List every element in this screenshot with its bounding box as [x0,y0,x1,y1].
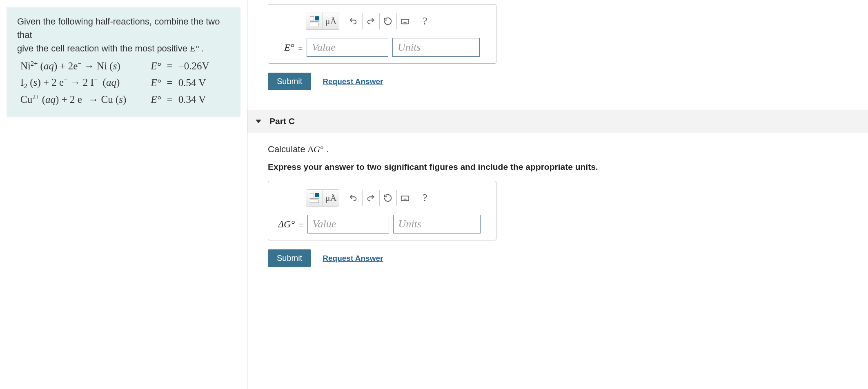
units-input-part-c[interactable] [393,215,481,233]
answer-label-part-b: E° = [278,42,303,53]
question-prompt: Given the following half-reactions, comb… [7,7,240,117]
part-c-title: Part C [269,116,295,126]
half-reaction-row: Ni2+ (aq) + 2e− → Ni (s) E° = −0.26V [18,58,212,74]
value-input-part-c[interactable] [307,215,389,233]
e-value: −0.26V [176,58,212,74]
toolbar-part-c: μÅ ? [303,187,490,209]
half-reactions-table: Ni2+ (aq) + 2e− → Ni (s) E° = −0.26V I2 … [17,58,213,108]
reset-icon [383,193,392,202]
fraction-icon [310,16,319,26]
reset-icon [383,17,392,26]
part-c-instruction: Calculate ΔG° . [268,144,868,155]
undo-icon [349,193,358,202]
units-button[interactable]: μÅ [323,190,339,206]
undo-button[interactable] [345,190,361,206]
redo-icon [366,193,375,202]
svg-rect-0 [401,19,408,24]
redo-button[interactable] [362,13,378,29]
answer-box-part-c: μÅ ? [268,181,496,240]
collapse-caret-icon [256,120,261,123]
reaction-formula: Cu2+ (aq) + 2 e− → Cu (s) [18,92,129,107]
answer-label-part-c: ΔG° = [278,219,303,230]
equals: = [165,58,175,74]
keyboard-button[interactable] [396,190,413,206]
half-reaction-row: I2 (s) + 2 e− → 2 I− (aq) E° = 0.54 V [18,75,212,91]
help-button[interactable]: ? [418,192,432,204]
equals: = [165,92,175,107]
redo-button[interactable] [362,190,378,206]
submit-button-part-c[interactable]: Submit [268,249,311,267]
e-value: 0.34 V [176,92,212,107]
keyboard-button[interactable] [396,13,413,29]
request-answer-link-part-c[interactable]: Request Answer [323,254,383,263]
request-answer-link-part-b[interactable]: Request Answer [323,77,383,86]
reset-button[interactable] [379,190,396,206]
units-input-part-b[interactable] [392,38,480,57]
redo-icon [366,17,375,26]
reaction-formula: Ni2+ (aq) + 2e− → Ni (s) [18,58,129,74]
part-c-sig-figs: Express your answer to two significant f… [268,162,868,172]
e-symbol: E° [190,43,199,53]
reaction-formula: I2 (s) + 2 e− → 2 I− (aq) [18,75,129,91]
keyboard-icon [401,193,410,202]
fraction-icon [310,193,319,203]
undo-icon [349,17,358,26]
fraction-template-button[interactable] [306,190,323,206]
prompt-text-line1: Given the following half-reactions, comb… [17,16,220,40]
e-label: E° [151,77,161,88]
keyboard-icon [401,17,410,26]
help-button[interactable]: ? [418,15,432,27]
answer-panel: μÅ ? E° = [247,0,868,389]
submit-button-part-b[interactable]: Submit [268,73,311,90]
svg-rect-6 [401,196,408,200]
half-reaction-row: Cu2+ (aq) + 2 e− → Cu (s) E° = 0.34 V [18,92,212,107]
equals: = [165,75,175,91]
part-c-header[interactable]: Part C [247,110,868,133]
question-panel: Given the following half-reactions, comb… [0,0,247,389]
e-label: E° [151,60,161,71]
fraction-template-button[interactable] [306,13,323,29]
value-input-part-b[interactable] [307,38,388,57]
prompt-text-line2: give the cell reaction with the most pos… [17,43,190,53]
units-button[interactable]: μÅ [323,13,339,29]
e-value: 0.54 V [176,75,212,91]
undo-button[interactable] [345,13,361,29]
reset-button[interactable] [379,13,396,29]
mu-angstrom-icon: μÅ [325,16,337,27]
e-label: E° [151,94,161,105]
answer-box-part-b: μÅ ? E° = [268,4,496,64]
toolbar-part-b: μÅ ? [303,10,490,32]
mu-angstrom-icon: μÅ [325,193,337,203]
